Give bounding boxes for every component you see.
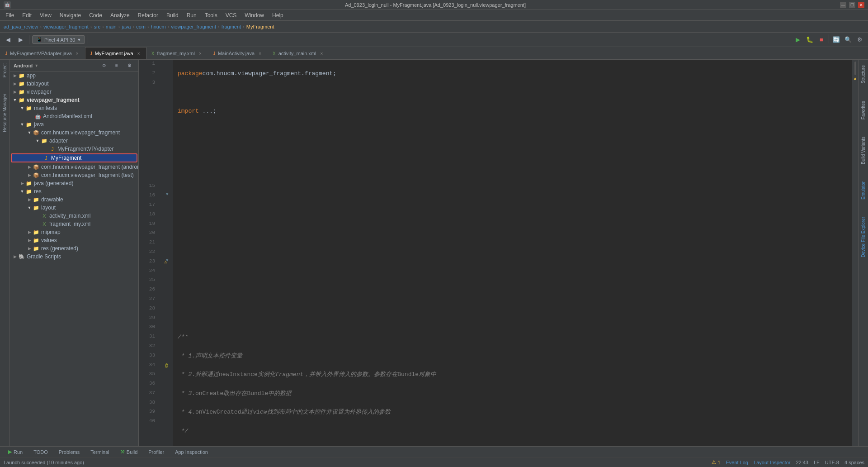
tab-activity-xml[interactable]: X activity_main.xml × <box>268 47 329 59</box>
menu-build[interactable]: Build <box>163 11 182 19</box>
menu-refactor[interactable]: Refactor <box>134 11 162 19</box>
tree-item-layout[interactable]: ▼ 📁 layout <box>10 204 138 212</box>
tab-close[interactable]: × <box>319 51 324 56</box>
tree-item-activity-main-xml[interactable]: X activity_main.xml <box>10 212 138 220</box>
tree-item-values[interactable]: ▶ 📁 values <box>10 236 138 244</box>
tab-close[interactable]: × <box>257 51 263 56</box>
sidebar-locate-btn[interactable]: ⊙ <box>99 60 109 71</box>
menu-help[interactable]: Help <box>269 11 287 19</box>
tree-item-app[interactable]: ▶ 📁 app <box>10 71 138 80</box>
tree-item-tablayout[interactable]: ▶ 📁 tablayout <box>10 80 138 88</box>
tree-item-drawable[interactable]: ▶ 📁 drawable <box>10 195 138 204</box>
tree-item-manifests[interactable]: ▼ 📁 manifests <box>10 104 138 112</box>
fold-icon[interactable]: ▼ <box>166 257 168 264</box>
tree-item-res[interactable]: ▼ 📁 res <box>10 187 138 195</box>
sidebar-expand-btn[interactable]: ≡ <box>111 60 122 71</box>
tree-item-java-gen[interactable]: ▶ 📁 java (generated) <box>10 179 138 187</box>
tree-item-test[interactable]: ▶ 📦 com.hnucm.viewpager_fragment (test) <box>10 171 138 179</box>
project-tab[interactable]: Project <box>1 60 8 81</box>
code-line <box>178 144 847 154</box>
event-log-link[interactable]: Event Log <box>726 460 749 465</box>
resource-manager-tab[interactable]: Resource Manager <box>1 90 8 136</box>
menu-analyze[interactable]: Analyze <box>107 11 133 19</box>
bottom-tab-run[interactable]: ▶ Run <box>4 448 27 456</box>
favorites-tab[interactable]: Favorites <box>860 97 867 123</box>
layout-inspector-link[interactable]: Layout Inspector <box>754 460 790 465</box>
breadcrumb-fragment[interactable]: fragment <box>222 24 241 29</box>
device-selector[interactable]: 📱 Pixel 4 API 30 ▼ <box>32 35 85 44</box>
minimize-button[interactable]: — <box>840 2 846 8</box>
bottom-tab-problems[interactable]: Problems <box>54 448 84 456</box>
tree-item-myfragment[interactable]: J MyFragment <box>11 153 137 162</box>
encoding[interactable]: UTF-8 <box>825 460 839 465</box>
bottom-tab-appinspection[interactable]: App Inspection <box>170 448 212 456</box>
tree-item-res-gen[interactable]: ▶ 📁 res (generated) <box>10 244 138 253</box>
menu-tools[interactable]: Tools <box>201 11 221 19</box>
tree-item-package[interactable]: ▼ 📦 com.hnucm.viewpager_fragment <box>10 129 138 137</box>
code-editor[interactable]: 1 2 3 15 16 17 18 19 20 21 22 <box>139 60 852 446</box>
tree-item-adapter[interactable]: ▼ 📁 adapter <box>10 137 138 145</box>
tab-mainactivity[interactable]: J MainActivity.java × <box>208 47 268 59</box>
toolbar-fwd-btn[interactable]: ▶ <box>15 34 26 45</box>
tab-close[interactable]: × <box>75 51 80 56</box>
editor-scrollbar-thumb[interactable] <box>854 62 856 75</box>
menu-window[interactable]: Window <box>241 11 268 19</box>
java-file-icon: J <box>213 51 215 56</box>
folder-icon: 📁 <box>33 245 40 252</box>
tab-close[interactable]: × <box>136 51 142 56</box>
bottom-tab-terminal[interactable]: Terminal <box>86 448 114 456</box>
close-button[interactable]: ✕ <box>858 2 864 8</box>
breadcrumb-main[interactable]: main <box>106 24 117 29</box>
tree-item-androidtest[interactable]: ▶ 📦 com.hnucm.viewpager_fragment (androi… <box>10 163 138 171</box>
breadcrumb-vp-fragment[interactable]: viewpager_fragment <box>171 24 216 29</box>
toolbar-back-btn[interactable]: ◀ <box>3 34 14 45</box>
tree-item-java[interactable]: ▼ 📁 java <box>10 120 138 129</box>
folder-icon: 📁 <box>25 188 33 195</box>
java-file-icon: J <box>90 51 92 56</box>
warning-count[interactable]: ⚠ 1 <box>712 459 720 465</box>
tree-item-androidmanifest[interactable]: 🤖 AndroidManifest.xml <box>10 112 138 120</box>
tab-myfragment[interactable]: J MyFragment.java × <box>85 47 146 59</box>
menu-view[interactable]: View <box>36 11 55 19</box>
menu-vcs[interactable]: VCS <box>222 11 241 19</box>
menu-code[interactable]: Code <box>85 11 106 19</box>
debug-button[interactable]: 🐛 <box>804 34 815 45</box>
menu-edit[interactable]: Edit <box>19 11 35 19</box>
maximize-button[interactable]: ☐ <box>849 2 855 8</box>
sync-btn[interactable]: 🔄 <box>831 34 842 45</box>
sidebar-settings-btn[interactable]: ⚙ <box>124 60 135 71</box>
tree-item-gradle[interactable]: ▶ 🐘 Gradle Scripts <box>10 253 138 261</box>
tree-item-viewpager-fragment[interactable]: ▼ 📁 viewpager_fragment <box>10 96 138 104</box>
bottom-tab-todo[interactable]: TODO <box>29 448 52 456</box>
stop-button[interactable]: ■ <box>816 34 827 45</box>
tab-myfragmentvpadapter[interactable]: J MyFragmentVPAdapter.java × <box>0 47 85 59</box>
emulator-tab[interactable]: Emulator <box>860 178 867 203</box>
breadcrumb-project[interactable]: ad_java_review <box>4 24 38 29</box>
code-content[interactable]: package com.hnucm.viewpager_fragment.fra… <box>173 60 852 446</box>
fold-icon[interactable]: ▼ <box>166 191 168 198</box>
search-btn[interactable]: 🔍 <box>843 34 854 45</box>
tab-fragment-xml[interactable]: X fragment_my.xml × <box>146 47 208 59</box>
run-button[interactable]: ▶ <box>793 34 803 45</box>
device-file-tab[interactable]: Device File Explorer <box>860 213 867 261</box>
bottom-tab-build[interactable]: ⚒ Build <box>116 448 142 456</box>
breadcrumb-hnucm[interactable]: hnucm <box>151 24 166 29</box>
tree-item-mipmap[interactable]: ▶ 📁 mipmap <box>10 228 138 236</box>
settings-btn[interactable]: ⚙ <box>854 34 865 45</box>
tree-item-vpAdapter[interactable]: J MyFragmentVPAdapter <box>10 145 138 153</box>
breadcrumb-java[interactable]: java <box>122 24 131 29</box>
menu-run[interactable]: Run <box>183 11 200 19</box>
menu-navigate[interactable]: Navigate <box>56 11 85 19</box>
tab-close[interactable]: × <box>198 51 203 56</box>
breadcrumb-module[interactable]: viewpager_fragment <box>43 24 89 29</box>
indent[interactable]: 4 spaces <box>844 460 864 465</box>
breadcrumb-myfragment[interactable]: MyFragment <box>246 24 274 29</box>
bottom-tab-profiler[interactable]: Profiler <box>144 448 169 456</box>
breadcrumb-src[interactable]: src <box>94 24 100 29</box>
structure-tab[interactable]: Structure <box>860 62 867 87</box>
build-variants-tab[interactable]: Build Variants <box>860 133 867 168</box>
tree-item-viewpager[interactable]: ▶ 📁 viewpager <box>10 88 138 96</box>
breadcrumb-com[interactable]: com <box>136 24 146 29</box>
menu-file[interactable]: File <box>2 11 18 19</box>
tree-item-fragment-xml[interactable]: X fragment_my.xml <box>10 220 138 228</box>
